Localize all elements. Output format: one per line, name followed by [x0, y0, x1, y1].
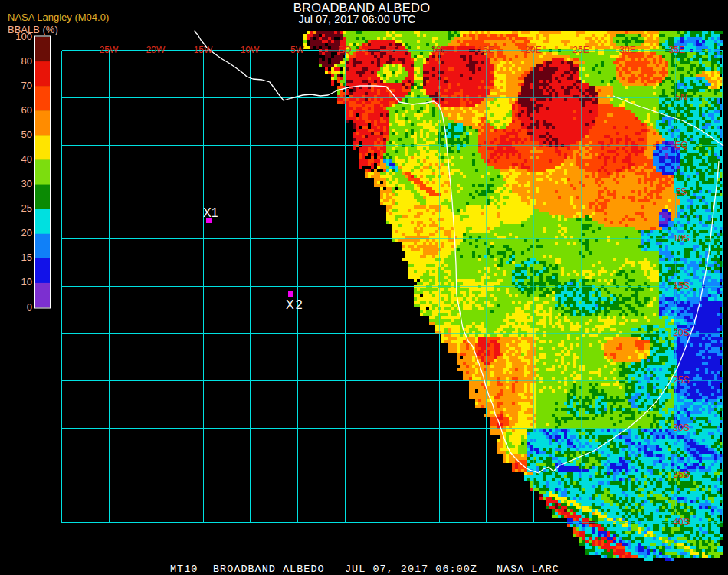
svg-text:5E: 5E	[386, 44, 398, 55]
svg-text:30E: 30E	[619, 44, 635, 55]
svg-text:JUL 07, 2017 06:00Z: JUL 07, 2017 06:00Z	[345, 564, 477, 575]
svg-text:MT10: MT10	[170, 564, 198, 575]
svg-text:5S: 5S	[676, 186, 687, 197]
svg-text:35E: 35E	[668, 44, 684, 55]
svg-text:X2: X2	[286, 298, 304, 311]
svg-text:NASA LARC: NASA LARC	[497, 564, 559, 575]
svg-text:BBALB (%): BBALB (%)	[8, 24, 58, 35]
svg-text:15: 15	[21, 251, 32, 263]
svg-text:Jul 07, 2017 06:00 UTC: Jul 07, 2017 06:00 UTC	[298, 13, 415, 25]
svg-text:20: 20	[21, 227, 32, 238]
svg-text:NASA Langley (M04.0): NASA Langley (M04.0)	[8, 12, 109, 23]
svg-text:25E: 25E	[572, 44, 589, 55]
svg-text:25W: 25W	[100, 44, 119, 55]
svg-text:5N: 5N	[675, 92, 687, 103]
svg-text:40S: 40S	[673, 517, 689, 527]
svg-text:70: 70	[21, 80, 32, 91]
svg-text:30: 30	[21, 178, 32, 189]
svg-text:20S: 20S	[673, 327, 689, 338]
svg-text:80: 80	[21, 55, 32, 67]
svg-text:35S: 35S	[673, 469, 689, 480]
svg-text:10: 10	[21, 276, 32, 288]
svg-text:EQ: EQ	[338, 44, 351, 55]
svg-text:40: 40	[21, 153, 32, 165]
svg-text:BROADBAND ALBEDO: BROADBAND ALBEDO	[213, 564, 325, 575]
svg-text:X1: X1	[203, 206, 218, 219]
svg-text:15W: 15W	[194, 44, 213, 55]
svg-text:5W: 5W	[290, 44, 305, 55]
svg-text:25S: 25S	[673, 375, 689, 386]
svg-text:EQ: EQ	[674, 140, 687, 150]
svg-text:10W: 10W	[241, 44, 260, 55]
svg-text:10E: 10E	[431, 44, 447, 55]
svg-text:15E: 15E	[477, 44, 494, 55]
svg-text:60: 60	[21, 104, 32, 116]
svg-text:30S: 30S	[673, 422, 689, 433]
svg-text:0: 0	[27, 301, 32, 313]
svg-text:50: 50	[21, 129, 32, 140]
svg-text:20E: 20E	[525, 44, 541, 55]
svg-text:25: 25	[21, 202, 32, 214]
svg-text:15S: 15S	[673, 281, 689, 291]
svg-text:10S: 10S	[673, 233, 689, 244]
svg-text:20W: 20W	[146, 44, 166, 55]
